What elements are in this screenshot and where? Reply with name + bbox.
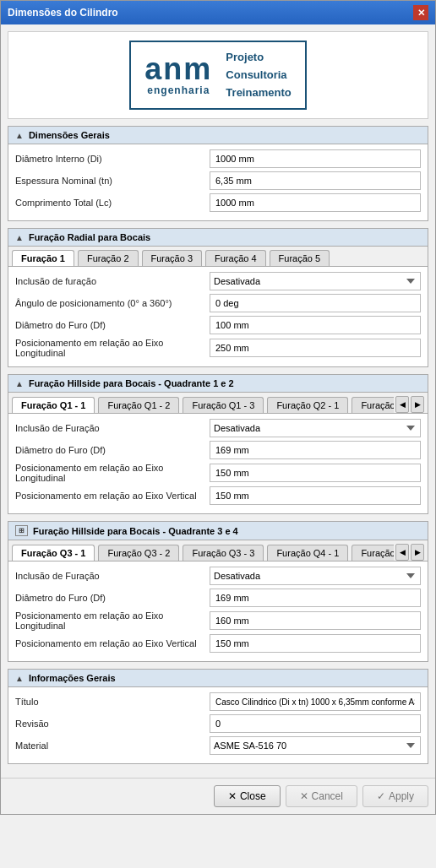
row-titulo: Título [15, 692, 421, 711]
input-comprimento-total[interactable] [210, 193, 421, 212]
input-revisao[interactable] [210, 714, 421, 733]
select-inclusao-furacao-q12[interactable]: Desativada Ativada [210, 419, 421, 437]
close-button[interactable]: ✕ Close [214, 785, 281, 807]
section-header-hillside-q34: ⊞ Furação Hillside para Bocais - Quadran… [8, 522, 428, 540]
window-title: Dimensões do Cilindro [8, 7, 118, 19]
tab-q-more[interactable]: Furação Q [352, 397, 394, 413]
input-diametro-furo-q12[interactable] [210, 441, 421, 459]
row-pos-vertical-q34: Posicionamento em relação ao Eixo Vertic… [15, 634, 421, 653]
section-content-informacoes: Título Revisão Material ASME SA-516 70 A… [8, 687, 428, 763]
input-diametro-furo-q34[interactable] [210, 589, 421, 607]
row-comprimento-total: Comprimento Total (Lc) [15, 193, 421, 212]
section-content-hillside-q34: Inclusão de Furação Desativada Ativada D… [8, 561, 428, 661]
tab-prev-q12[interactable]: ◀ [395, 396, 409, 413]
cancel-button[interactable]: ✕ Cancel [286, 785, 357, 807]
row-inclusao-furacao-q12: Inclusão de Furação Desativada Ativada [15, 419, 421, 437]
apply-label: Apply [389, 790, 414, 802]
tab-furacao-4[interactable]: Furação 4 [205, 250, 266, 266]
section-content-dimensoes: Diâmetro Interno (Di) Espessura Nominal … [8, 144, 428, 220]
label-diametro-furo-q12: Diâmetro do Furo (Df) [15, 445, 210, 455]
input-titulo[interactable] [210, 692, 421, 711]
label-inclusao-furacao-q34: Inclusão de Furação [15, 571, 210, 581]
select-inclusao-furacao-radial[interactable]: Desativada Ativada [210, 272, 421, 290]
tab-prev-q34[interactable]: ◀ [395, 544, 409, 561]
label-posicionamento-longitudinal-radial: Posicionamento em relação ao Eixo Longit… [15, 338, 210, 358]
cancel-label: Cancel [312, 790, 343, 802]
tab-q4-1[interactable]: Furação Q4 - 1 [267, 545, 348, 561]
section-informacoes-gerais: ▲ Informações Gerais Título Revisão Mate… [8, 669, 428, 764]
tab-q34-more[interactable]: Furação Q [352, 545, 394, 561]
input-posicionamento-longitudinal-radial[interactable] [210, 339, 421, 357]
section-furacao-hillside-q12: ▲ Furação Hillside para Bocais - Quadran… [8, 374, 428, 514]
row-revisao: Revisão [15, 714, 421, 733]
label-inclusao-furacao-radial: Inclusão de furação [15, 276, 210, 286]
apply-button[interactable]: ✓ Apply [362, 785, 428, 807]
apply-icon: ✓ [377, 790, 385, 802]
label-inclusao-furacao-q12: Inclusão de Furação [15, 423, 210, 433]
row-pos-longitudinal-q12: Posicionamento em relação ao Eixo Longit… [15, 463, 421, 483]
section-content-furacao-radial: Inclusão de furação Desativada Ativada Â… [8, 267, 428, 366]
tab-q3-1[interactable]: Furação Q3 - 1 [12, 545, 95, 561]
section-title-furacao-radial: Furação Radial para Bocais [29, 232, 150, 242]
label-pos-longitudinal-q34: Posicionamento em relação ao Eixo Longit… [15, 610, 210, 631]
row-inclusao-furacao-q34: Inclusão de Furação Desativada Ativada [15, 567, 421, 585]
select-material[interactable]: ASME SA-516 70 ASME SA-516 60 [210, 736, 421, 755]
tab-furacao-5[interactable]: Furação 5 [270, 250, 330, 266]
row-angulo-posicionamento: Ângulo de posicionamento (0° a 360°) [15, 294, 421, 312]
tab-q1-2[interactable]: Furação Q1 - 2 [98, 397, 179, 413]
collapse-icon-q34[interactable]: ⊞ [15, 525, 28, 536]
label-material: Material [15, 741, 210, 751]
select-inclusao-furacao-q34[interactable]: Desativada Ativada [210, 567, 421, 585]
main-window: Dimensões do Cilindro ✕ anm engenharia P… [0, 0, 436, 815]
tab-next-q12[interactable]: ▶ [411, 396, 424, 413]
tab-next-q34[interactable]: ▶ [411, 544, 424, 561]
section-title-hillside-q34: Furação Hillside para Bocais - Quadrante… [33, 526, 238, 536]
logo-anm: anm engenharia [144, 54, 212, 96]
tab-furacao-3[interactable]: Furação 3 [142, 250, 203, 266]
logo-anm-text: anm [144, 54, 212, 84]
row-pos-longitudinal-q34: Posicionamento em relação ao Eixo Longit… [15, 610, 421, 631]
tab-scroll-hillside-q12: Furação Q1 - 1 Furação Q1 - 2 Furação Q1… [12, 397, 394, 413]
label-pos-vertical-q12: Posicionamento em relação ao Eixo Vertic… [15, 491, 210, 501]
input-pos-longitudinal-q34[interactable] [210, 611, 421, 630]
collapse-arrow-hillside-q12[interactable]: ▲ [15, 379, 24, 388]
tabs-furacao-radial: Furação 1 Furação 2 Furação 3 Furação 4 … [8, 247, 428, 267]
collapse-arrow-furacao-radial[interactable]: ▲ [15, 233, 24, 242]
label-comprimento-total: Comprimento Total (Lc) [15, 198, 210, 208]
label-pos-longitudinal-q12: Posicionamento em relação ao Eixo Longit… [15, 463, 210, 483]
footer-buttons: ✕ Close ✕ Cancel ✓ Apply [1, 778, 435, 814]
input-pos-vertical-q12[interactable] [210, 486, 421, 505]
label-espessura-nominal: Espessura Nominal (tn) [15, 176, 210, 186]
label-pos-vertical-q34: Posicionamento em relação ao Eixo Vertic… [15, 638, 210, 648]
row-inclusao-furacao-radial: Inclusão de furação Desativada Ativada [15, 272, 421, 290]
collapse-arrow-dimensoes[interactable]: ▲ [15, 131, 24, 140]
main-content: anm engenharia Projeto Consultoria Trein… [1, 24, 435, 778]
title-bar: Dimensões do Cilindro ✕ [1, 1, 435, 24]
tab-q1-1[interactable]: Furação Q1 - 1 [12, 397, 95, 413]
input-espessura-nominal[interactable] [210, 171, 421, 190]
tab-furacao-2[interactable]: Furação 2 [78, 250, 139, 266]
row-material: Material ASME SA-516 70 ASME SA-516 60 [15, 736, 421, 755]
label-titulo: Título [15, 697, 210, 707]
tab-q3-2[interactable]: Furação Q3 - 2 [98, 545, 179, 561]
logo-line2: Consultoria [226, 67, 291, 84]
tab-q2-1[interactable]: Furação Q2 - 1 [267, 397, 348, 413]
input-diametro-interno[interactable] [210, 149, 421, 168]
section-furacao-radial: ▲ Furação Radial para Bocais Furação 1 F… [8, 228, 428, 367]
input-pos-vertical-q34[interactable] [210, 634, 421, 653]
label-angulo-posicionamento: Ângulo de posicionamento (0° a 360°) [15, 298, 210, 308]
row-espessura-nominal: Espessura Nominal (tn) [15, 171, 421, 190]
section-furacao-hillside-q34: ⊞ Furação Hillside para Bocais - Quadran… [8, 521, 428, 662]
logo-line1: Projeto [226, 49, 291, 67]
tab-q3-3[interactable]: Furação Q3 - 3 [183, 545, 264, 561]
tab-furacao-1[interactable]: Furação 1 [12, 250, 74, 266]
tab-scroll-hillside-q34: Furação Q3 - 1 Furação Q3 - 2 Furação Q3… [12, 545, 394, 561]
logo-anm-sub: engenharia [147, 84, 210, 96]
window-close-button[interactable]: ✕ [413, 5, 428, 20]
input-angulo-posicionamento[interactable] [210, 294, 421, 312]
collapse-arrow-informacoes[interactable]: ▲ [15, 674, 24, 683]
tab-q1-3[interactable]: Furação Q1 - 3 [183, 397, 264, 413]
row-posicionamento-longitudinal-radial: Posicionamento em relação ao Eixo Longit… [15, 338, 421, 358]
input-diametro-furo-radial[interactable] [210, 316, 421, 334]
input-pos-longitudinal-q12[interactable] [210, 464, 421, 482]
